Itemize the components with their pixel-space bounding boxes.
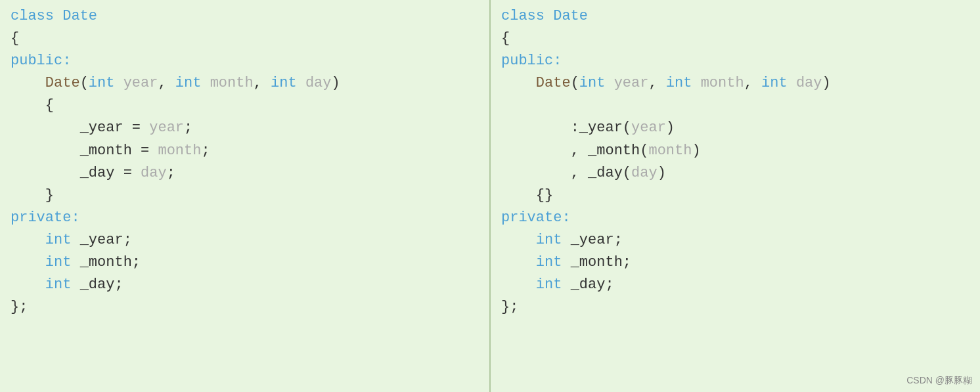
code-line: , _day(day)	[501, 162, 969, 185]
code-line: _year = year;	[11, 117, 479, 139]
code-line: {	[11, 95, 479, 117]
code-line: Date(int year, int month, int day)	[11, 72, 479, 95]
code-line: public:	[11, 50, 479, 72]
code-line: class Date	[501, 5, 969, 28]
code-line: int _day;	[11, 274, 479, 296]
right-code-panel: class Date { public: Date(int year, int …	[491, 0, 980, 392]
code-line: class Date	[11, 5, 479, 28]
left-code-panel: class Date { public: Date(int year, int …	[0, 0, 491, 392]
code-line: private:	[11, 207, 479, 229]
code-line: int _month;	[11, 251, 479, 274]
code-line: {	[11, 28, 479, 50]
code-line: int _year;	[501, 229, 969, 251]
code-line: };	[11, 296, 479, 318]
code-line: int _month;	[501, 251, 969, 274]
code-line: Date(int year, int month, int day)	[501, 72, 969, 95]
code-line: private:	[501, 207, 969, 229]
code-line: int _day;	[501, 274, 969, 296]
code-line: {	[501, 28, 969, 50]
code-line: {}	[501, 185, 969, 207]
code-line: _day = day;	[11, 162, 479, 185]
code-line: public:	[501, 50, 969, 72]
main-container: class Date { public: Date(int year, int …	[0, 0, 980, 392]
code-line: :_year(year)	[501, 117, 969, 139]
code-line: , _month(month)	[501, 140, 969, 162]
code-line: }	[11, 185, 479, 207]
code-line: _month = month;	[11, 140, 479, 162]
code-line	[501, 95, 969, 117]
watermark-text: CSDN @豚豚糊	[906, 375, 972, 387]
code-line: int _year;	[11, 229, 479, 251]
code-line: };	[501, 296, 969, 318]
